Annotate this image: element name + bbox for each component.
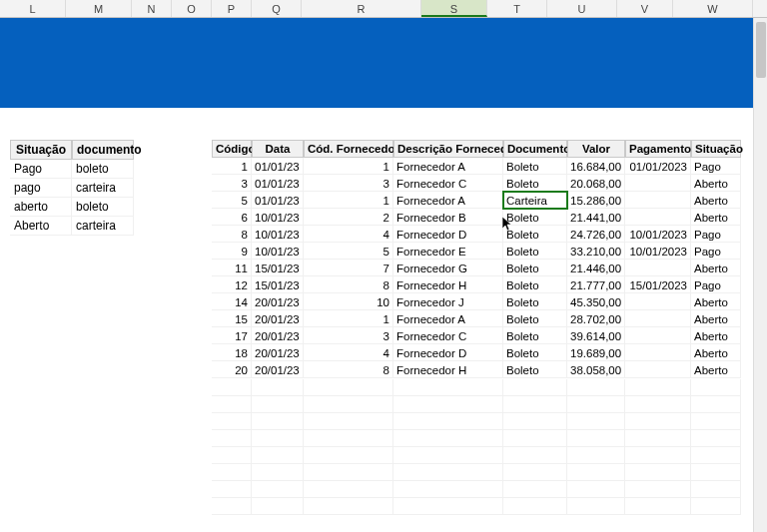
cell[interactable]: Aberto: [691, 260, 741, 276]
cell[interactable]: 8: [304, 276, 393, 293]
cell[interactable]: 10/01/2023: [625, 226, 691, 243]
cell[interactable]: 15/01/2023: [625, 276, 691, 293]
column-header-L[interactable]: L: [0, 0, 66, 17]
cell[interactable]: Fornecedor H: [393, 276, 503, 293]
cell-documento[interactable]: boleto: [72, 160, 134, 179]
cell[interactable]: 15/01/23: [252, 260, 304, 276]
cell[interactable]: 19.689,00: [567, 344, 625, 361]
cell[interactable]: Boleto: [503, 175, 567, 192]
cell[interactable]: 4: [304, 226, 393, 243]
column-header-V[interactable]: V: [617, 0, 673, 17]
cell[interactable]: [625, 344, 691, 361]
empty-grid-area[interactable]: [212, 379, 741, 519]
column-header-T[interactable]: T: [487, 0, 547, 17]
cell[interactable]: 3: [304, 327, 393, 344]
table-row[interactable]: 101/01/231Fornecedor ABoleto16.684,0001/…: [212, 158, 741, 175]
cell[interactable]: [625, 175, 691, 192]
cell[interactable]: 3: [212, 175, 252, 192]
cell[interactable]: 20.068,00: [567, 175, 625, 192]
cell[interactable]: 10/01/2023: [625, 243, 691, 260]
cell[interactable]: 38.058,00: [567, 361, 625, 378]
cell[interactable]: Boleto: [503, 344, 567, 361]
table-row[interactable]: 501/01/231Fornecedor ACarteira15.286,00A…: [212, 192, 741, 209]
cell[interactable]: Fornecedor B: [393, 209, 503, 226]
table-row[interactable]: 810/01/234Fornecedor DBoleto24.726,0010/…: [212, 226, 741, 243]
table-row[interactable]: 610/01/232Fornecedor BBoleto21.441,00Abe…: [212, 209, 741, 226]
cell[interactable]: Fornecedor A: [393, 310, 503, 327]
cell[interactable]: 5: [304, 243, 393, 260]
cell[interactable]: 8: [304, 361, 393, 378]
cell-documento[interactable]: boleto: [72, 198, 134, 217]
cell[interactable]: 1: [304, 158, 393, 175]
main-header-cell[interactable]: Cód. Fornecedor: [304, 140, 393, 158]
cell[interactable]: 14: [212, 293, 252, 310]
cell[interactable]: Aberto: [691, 175, 741, 192]
main-header-cell[interactable]: Data: [252, 140, 304, 158]
cell[interactable]: 15: [212, 310, 252, 327]
cell[interactable]: Fornecedor H: [393, 361, 503, 378]
cell[interactable]: Fornecedor D: [393, 344, 503, 361]
column-header-Q[interactable]: Q: [252, 0, 302, 17]
scrollbar-thumb[interactable]: [756, 22, 766, 78]
cell[interactable]: 7: [304, 260, 393, 276]
column-header-R[interactable]: R: [302, 0, 421, 17]
cell[interactable]: Aberto: [691, 310, 741, 327]
cell[interactable]: 15.286,00: [567, 192, 625, 209]
cell-documento[interactable]: carteira: [72, 217, 134, 236]
cell[interactable]: 2: [304, 209, 393, 226]
cell[interactable]: 20: [212, 361, 252, 378]
column-header-W[interactable]: W: [673, 0, 753, 17]
cell[interactable]: Carteira: [503, 192, 567, 209]
cell[interactable]: 39.614,00: [567, 327, 625, 344]
cell[interactable]: Aberto: [691, 209, 741, 226]
cell-situacao[interactable]: aberto: [10, 198, 72, 217]
cell[interactable]: Boleto: [503, 327, 567, 344]
table-row[interactable]: 1115/01/237Fornecedor GBoleto21.446,00Ab…: [212, 260, 741, 276]
cell[interactable]: 12: [212, 276, 252, 293]
cell[interactable]: 10/01/23: [252, 243, 304, 260]
cell[interactable]: 20/01/23: [252, 293, 304, 310]
column-headers[interactable]: LMNOPQRSTUVW: [0, 0, 767, 18]
cell[interactable]: 16.684,00: [567, 158, 625, 175]
cell[interactable]: Boleto: [503, 226, 567, 243]
cell[interactable]: Fornecedor C: [393, 175, 503, 192]
cell[interactable]: 01/01/23: [252, 158, 304, 175]
cell[interactable]: [625, 209, 691, 226]
cell[interactable]: Pago: [691, 226, 741, 243]
cell[interactable]: 10: [304, 293, 393, 310]
cell[interactable]: 01/01/23: [252, 192, 304, 209]
cell[interactable]: Fornecedor J: [393, 293, 503, 310]
table-row[interactable]: 1720/01/233Fornecedor CBoleto39.614,00Ab…: [212, 327, 741, 344]
cell[interactable]: Fornecedor A: [393, 158, 503, 175]
cell[interactable]: 33.210,00: [567, 243, 625, 260]
main-header-cell[interactable]: Código: [212, 140, 252, 158]
column-header-P[interactable]: P: [212, 0, 252, 17]
cell[interactable]: 8: [212, 226, 252, 243]
cell[interactable]: 20/01/23: [252, 361, 304, 378]
small-table-row[interactable]: pagocarteira: [10, 179, 134, 198]
vertical-scrollbar[interactable]: [753, 18, 767, 532]
cell[interactable]: 4: [304, 344, 393, 361]
cell[interactable]: [625, 293, 691, 310]
cell[interactable]: Boleto: [503, 158, 567, 175]
cell-situacao[interactable]: pago: [10, 179, 72, 198]
cell[interactable]: Boleto: [503, 293, 567, 310]
cell[interactable]: Aberto: [691, 344, 741, 361]
cell[interactable]: 9: [212, 243, 252, 260]
cell[interactable]: Boleto: [503, 361, 567, 378]
small-table-row[interactable]: abertoboleto: [10, 198, 134, 217]
cell[interactable]: 21.446,00: [567, 260, 625, 276]
cell[interactable]: 21.777,00: [567, 276, 625, 293]
cell[interactable]: [625, 260, 691, 276]
cell[interactable]: [625, 361, 691, 378]
column-header-U[interactable]: U: [547, 0, 617, 17]
table-row[interactable]: 1215/01/238Fornecedor HBoleto21.777,0015…: [212, 276, 741, 293]
cell-situacao[interactable]: Pago: [10, 160, 72, 179]
cell[interactable]: 3: [304, 175, 393, 192]
cell[interactable]: 10/01/23: [252, 226, 304, 243]
cell[interactable]: Boleto: [503, 260, 567, 276]
cell[interactable]: 45.350,00: [567, 293, 625, 310]
small-table-row[interactable]: Abertocarteira: [10, 217, 134, 236]
cell[interactable]: Fornecedor A: [393, 192, 503, 209]
column-header-N[interactable]: N: [132, 0, 172, 17]
